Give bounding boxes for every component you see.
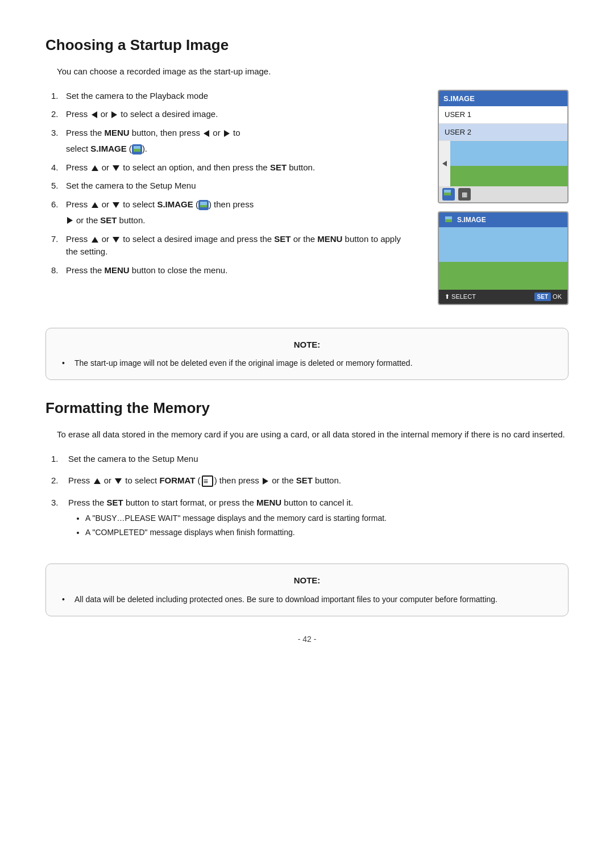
- arrow-up-icon-7: [92, 237, 98, 243]
- screen1-landscape-image: [450, 141, 567, 186]
- screen1-left-arrow-icon: [442, 161, 447, 166]
- note-title-2: NOTE:: [62, 574, 552, 587]
- step-text-5: Set the camera to the Setup Menu: [66, 180, 196, 193]
- step-num-1: 1.: [51, 90, 66, 103]
- note-text-2: All data will be deleted including prote…: [74, 593, 497, 606]
- step-2: 2. Press or to select a desired image.: [51, 108, 409, 121]
- screen2-image: [439, 227, 569, 290]
- format-sub-2: A "COMPLETED" message displays when fini…: [85, 527, 387, 539]
- section-title-1: Choosing a Startup Image: [45, 34, 569, 56]
- content-columns-1: 1. Set the camera to the Playback mode 2…: [45, 90, 569, 305]
- format-step-1: 1. Set the camera to the Setup Menu: [51, 453, 569, 466]
- format-step-text-2: Press or to select FORMAT () then press …: [68, 474, 341, 487]
- camera-screen-2: S.IMAGE ⬆ SELECT SET OK: [438, 211, 569, 305]
- steps-column-1: 1. Set the camera to the Playback mode 2…: [45, 90, 409, 283]
- step-1: 1. Set the camera to the Playback mode: [51, 90, 409, 103]
- note-bullet-2: •: [62, 593, 70, 606]
- step-4: 4. Press or to select an option, and the…: [51, 161, 409, 174]
- arrow-down-icon-6: [113, 202, 119, 208]
- step-num-5: 5.: [51, 180, 66, 193]
- note-box-1: NOTE: • The start-up image will not be d…: [45, 328, 569, 381]
- format-step-num-3: 3.: [51, 496, 68, 510]
- intro-text-2: To erase all data stored in the memory c…: [57, 428, 569, 441]
- page-number: - 42 -: [45, 633, 569, 645]
- arrow-right-icon-6: [67, 217, 73, 224]
- screen2-header-label: S.IMAGE: [457, 215, 486, 225]
- step-3: 3. Press the MENU button, then press or …: [51, 127, 409, 156]
- section-startup-image: Choosing a Startup Image You can choose …: [45, 34, 569, 305]
- screen2-header: S.IMAGE: [439, 212, 567, 227]
- step-num-8: 8.: [51, 264, 66, 277]
- note-item-2: • All data will be deleted including pro…: [62, 593, 552, 606]
- intro-text-1: You can choose a recorded image as the s…: [57, 65, 569, 78]
- note-box-2: NOTE: • All data will be deleted includi…: [45, 564, 569, 616]
- screen1-image-area: [450, 141, 567, 186]
- note-item-1: • The start-up image will not be deleted…: [62, 357, 552, 369]
- step-text-2: Press or to select a desired image.: [66, 108, 218, 121]
- format-icon: [202, 475, 213, 487]
- step-7: 7. Press or to select a desired image an…: [51, 233, 409, 258]
- step-num-6: 6.: [51, 198, 66, 227]
- arrow-up-icon-6: [92, 202, 98, 208]
- simage-icon-3: [132, 144, 142, 155]
- step-num-2: 2.: [51, 108, 66, 121]
- format-sub-1: A "BUSY…PLEASE WAIT" message displays an…: [85, 512, 387, 524]
- screen1-menu-label: S.IMAGE: [439, 91, 567, 107]
- screen1-bottom: ▦: [439, 186, 567, 202]
- screen2-set-badge: SET: [534, 293, 551, 301]
- step-text-6: Press or to select S.IMAGE () then press…: [66, 198, 254, 227]
- camera-screen-1: S.IMAGE USER 1 USER 2 ▦: [438, 90, 569, 204]
- screen2-ok-label: OK: [553, 293, 562, 300]
- screen1-simage-icon: [442, 188, 455, 201]
- arrow-up-icon-f2: [94, 478, 101, 484]
- arrow-left-icon-3: [204, 130, 209, 137]
- note-text-1: The start-up image will not be deleted e…: [74, 357, 413, 369]
- arrow-left-icon-2: [92, 111, 97, 118]
- step-5: 5. Set the camera to the Setup Menu: [51, 180, 409, 193]
- step-text-4: Press or to select an option, and then p…: [66, 161, 315, 174]
- step-8: 8. Press the MENU button to close the me…: [51, 264, 409, 277]
- screen2-ok-area: SET OK: [534, 292, 562, 302]
- arrow-down-icon-4: [113, 165, 119, 171]
- screen1-nav-icon: ▦: [458, 188, 471, 201]
- step-text-3: Press the MENU button, then press or to …: [66, 127, 240, 156]
- step-text-7: Press or to select a desired image and p…: [66, 233, 409, 258]
- section-title-2: Formatting the Memory: [45, 397, 569, 419]
- format-step-2: 2. Press or to select FORMAT () then pre…: [51, 474, 569, 487]
- screen1-item-user1: USER 1: [439, 106, 567, 124]
- step-num-3: 3.: [51, 127, 66, 156]
- step-num-7: 7.: [51, 233, 66, 246]
- arrow-down-icon-7: [113, 237, 119, 243]
- format-step-num-1: 1.: [51, 453, 68, 466]
- step-text-8: Press the MENU button to close the menu.: [66, 264, 227, 277]
- format-step-text-1: Set the camera to the Setup Menu: [68, 453, 198, 466]
- arrow-down-icon-f2: [115, 478, 122, 484]
- screen2-select-label: ⬆ SELECT: [445, 292, 476, 302]
- screen1-item-user2: USER 2: [439, 124, 567, 141]
- arrow-right-icon-f2: [263, 478, 268, 485]
- section-formatting: Formatting the Memory To erase all data …: [45, 397, 569, 541]
- screen1-image-row: [439, 141, 567, 186]
- format-step-text-3: Press the SET button to start format, or…: [68, 496, 387, 541]
- arrow-right-icon-3: [224, 130, 230, 137]
- arrow-right-icon-2: [111, 111, 117, 118]
- simage-icon-6: [198, 200, 209, 210]
- step-6: 6. Press or to select S.IMAGE () then pr…: [51, 198, 409, 227]
- arrow-up-icon-4: [92, 165, 98, 171]
- note-bullet-1: •: [62, 357, 70, 369]
- step-num-4: 4.: [51, 161, 66, 174]
- images-column-1: S.IMAGE USER 1 USER 2 ▦: [432, 90, 569, 305]
- format-step-3: 3. Press the SET button to start format,…: [51, 496, 569, 541]
- screen2-simage-icon: [443, 215, 454, 225]
- screen1-arrow: [439, 141, 450, 186]
- note-title-1: NOTE:: [62, 339, 552, 352]
- format-step-num-2: 2.: [51, 474, 68, 487]
- step-text-1: Set the camera to the Playback mode: [66, 90, 208, 103]
- format-step-3-sublist: A "BUSY…PLEASE WAIT" message displays an…: [85, 512, 387, 539]
- screen2-bottom-bar: ⬆ SELECT SET OK: [439, 290, 567, 304]
